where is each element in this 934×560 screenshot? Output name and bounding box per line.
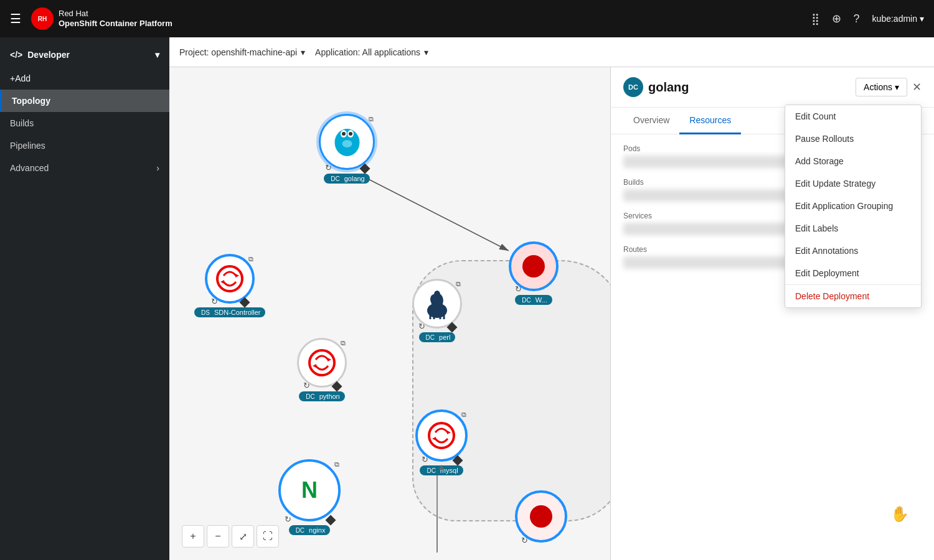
sync-icon-python: ↻	[303, 381, 310, 390]
svg-point-18	[430, 294, 438, 304]
actions-dropdown-icon: ▾	[895, 82, 899, 92]
redhat-logo: RH	[31, 7, 54, 30]
node-partial-right[interactable]: ↻ DC W...	[509, 241, 559, 305]
perspective-switcher[interactable]: </> Developer ▾	[0, 42, 169, 67]
mysql-icon	[426, 420, 457, 451]
partial-badge: DC	[520, 297, 532, 304]
dropdown-menu: Edit Count Pause Rollouts Add Storage Ed…	[785, 105, 922, 308]
svg-point-11	[342, 140, 352, 147]
external-link-icon: ⧉	[369, 115, 374, 123]
nginx-icon: N	[301, 477, 318, 503]
hamburger-icon[interactable]: ☰	[10, 11, 21, 26]
sidebar-item-builds[interactable]: Builds	[0, 112, 169, 134]
nginx-circle[interactable]: N	[278, 459, 341, 521]
external-link-icon-python: ⧉	[341, 339, 346, 347]
sidebar-item-advanced[interactable]: Advanced ›	[0, 157, 169, 179]
python-label: DC python	[299, 391, 344, 401]
menu-edit-deployment[interactable]: Edit Deployment	[785, 262, 921, 284]
plus-icon[interactable]: ⊕	[832, 12, 841, 26]
node-mysql[interactable]: ⧉ ↻ ▲ DC mysql	[415, 409, 468, 475]
svg-marker-13	[235, 274, 239, 278]
zoom-in-button[interactable]: +	[182, 525, 204, 548]
user-menu[interactable]: kube:admin ▾	[872, 14, 924, 24]
builds-value	[623, 189, 798, 202]
tab-overview[interactable]: Overview	[623, 108, 679, 134]
project-selector[interactable]: Project: openshift-machine-api ▾	[179, 47, 305, 57]
menu-edit-count[interactable]: Edit Count	[785, 105, 921, 128]
close-button[interactable]: ✕	[912, 80, 922, 94]
python-circle[interactable]	[297, 338, 347, 388]
nginx-badge: DC	[294, 527, 306, 534]
sidebar-item-pipelines[interactable]: Pipelines	[0, 134, 169, 157]
builds-label: Builds	[10, 118, 34, 128]
menu-edit-annotations[interactable]: Edit Annotations	[785, 240, 921, 262]
zoom-out-button[interactable]: −	[207, 525, 229, 548]
golang-circle[interactable]	[319, 114, 375, 170]
node-perl[interactable]: ⧉ ↻ DC	[412, 279, 462, 342]
app-selector[interactable]: Application: All applications ▾	[315, 47, 428, 57]
external-link-icon-perl: ⧉	[456, 280, 461, 288]
sdn-circle[interactable]	[205, 254, 255, 304]
perl-badge: DC	[424, 334, 436, 341]
add-label: +Add	[10, 73, 31, 83]
topology-toolbar: + − ⤢ ⛶	[182, 525, 279, 548]
side-panel-dc-badge: DC	[623, 77, 643, 97]
svg-text:RH: RH	[38, 16, 47, 22]
actions-button[interactable]: Actions ▾	[856, 78, 907, 96]
perl-icon	[422, 287, 453, 321]
help-icon[interactable]: ?	[854, 12, 860, 26]
menu-edit-update-strategy[interactable]: Edit Update Strategy	[785, 172, 921, 195]
partial-bottom-circle[interactable]	[515, 490, 567, 543]
node-partial-bottom[interactable]: ↻	[515, 490, 567, 543]
svg-point-23	[309, 350, 334, 375]
mysql-circle[interactable]	[415, 409, 468, 462]
external-link-icon-sdn: ⧉	[248, 255, 253, 263]
golang-icon	[330, 125, 364, 159]
svg-marker-28	[432, 437, 436, 441]
project-dropdown-icon: ▾	[301, 47, 305, 57]
expand-button[interactable]: ⛶	[257, 525, 279, 548]
menu-edit-app-grouping[interactable]: Edit Application Grouping	[785, 195, 921, 217]
menu-pause-rollouts[interactable]: Pause Rollouts	[785, 128, 921, 150]
fit-button[interactable]: ⤢	[232, 525, 254, 548]
partial-circle[interactable]	[509, 241, 559, 291]
partial-label: DC W...	[515, 295, 552, 305]
side-panel: DC golang Actions ▾ ✕ Overview Resources	[610, 67, 934, 560]
svg-point-9	[342, 132, 346, 136]
project-label: Project: openshift-machine-api	[179, 47, 297, 57]
navbar: ☰ RH Red Hat OpenShift Container Platfor…	[0, 0, 934, 37]
tab-resources[interactable]: Resources	[679, 108, 741, 134]
partial-icon	[518, 251, 549, 282]
menu-add-storage[interactable]: Add Storage	[785, 150, 921, 172]
node-golang[interactable]: ⧉ ↻ DC gola	[319, 114, 375, 184]
diamond-nginx	[326, 515, 336, 526]
sync-icon-nginx: ↻	[285, 515, 291, 524]
golang-dc-badge: DC	[329, 175, 341, 182]
sync-icon-partial: ↻	[515, 284, 522, 291]
app-label: Application: All applications	[315, 47, 420, 57]
side-panel-title: DC golang	[623, 77, 689, 97]
perl-label: DC perl	[419, 332, 456, 342]
svg-point-30	[530, 505, 552, 528]
add-link[interactable]: +Add	[0, 67, 169, 90]
grid-icon[interactable]: ⣿	[811, 12, 819, 26]
menu-delete-deployment[interactable]: Delete Deployment	[785, 285, 921, 307]
partial-bottom-icon	[526, 501, 557, 532]
python-badge: DC	[304, 393, 316, 400]
sidebar-item-topology[interactable]: Topology	[0, 90, 169, 112]
external-link-icon-nginx: ⧉	[334, 460, 339, 469]
menu-edit-labels[interactable]: Edit Labels	[785, 217, 921, 240]
svg-marker-27	[447, 431, 451, 434]
node-python[interactable]: ⧉ ↻ DC python	[297, 338, 347, 401]
sidebar: </> Developer ▾ +Add Topology Builds Pip…	[0, 37, 169, 560]
topology-label: Topology	[12, 96, 50, 106]
golang-label: DC golang	[324, 174, 370, 184]
perl-circle[interactable]	[412, 279, 462, 329]
node-nginx[interactable]: ⧉ N ↻ DC nginx	[278, 459, 341, 535]
node-sdn[interactable]: ⧉ ↻ DS SDN-Controller	[194, 254, 265, 317]
project-bar: Project: openshift-machine-api ▾ Applica…	[169, 37, 934, 67]
perspective-label: Developer	[27, 50, 70, 60]
topology-canvas[interactable]: ⧉ ↻ DC gola	[169, 67, 934, 560]
brand-bottom: OpenShift Container Platform	[59, 19, 172, 29]
external-link-icon-mysql: ⧉	[461, 411, 466, 419]
